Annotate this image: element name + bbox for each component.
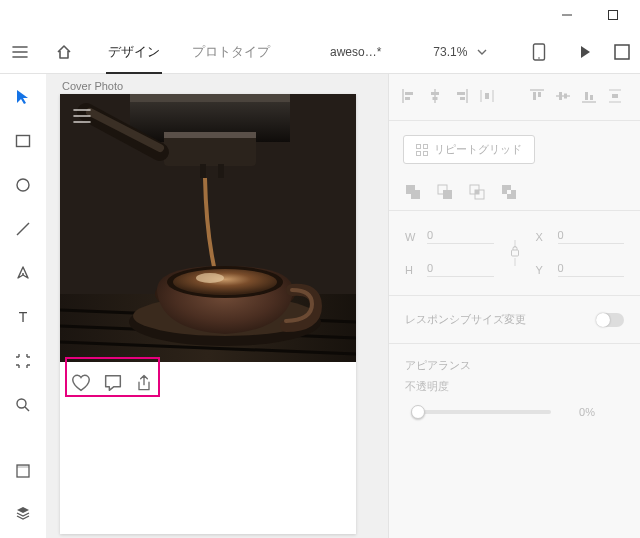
svg-rect-13 <box>17 465 29 468</box>
window-maximize-button[interactable] <box>590 0 636 30</box>
repeat-grid-label: リピートグリッド <box>434 142 522 157</box>
svg-rect-58 <box>417 144 421 148</box>
mode-tabs: デザイン プロトタイプ <box>92 30 286 74</box>
svg-rect-47 <box>533 92 536 100</box>
svg-rect-68 <box>475 190 479 194</box>
svg-rect-50 <box>559 92 562 100</box>
line-tool[interactable] <box>10 216 36 242</box>
artboard-tool[interactable] <box>10 348 36 374</box>
artboard-frame <box>60 94 356 534</box>
align-top-icon[interactable] <box>527 86 547 106</box>
hamburger-menu-button[interactable] <box>0 32 40 72</box>
share-panel-button[interactable] <box>614 35 630 69</box>
distribute-v-icon[interactable] <box>605 86 625 106</box>
boolean-exclude-icon[interactable] <box>499 182 519 202</box>
grid-icon <box>416 144 428 156</box>
share-icon[interactable] <box>134 372 154 398</box>
lock-aspect-button[interactable] <box>502 240 528 266</box>
svg-rect-23 <box>200 164 206 178</box>
pen-tool[interactable] <box>10 260 36 286</box>
ellipse-tool[interactable] <box>10 172 36 198</box>
tab-design[interactable]: デザイン <box>92 30 176 74</box>
svg-rect-39 <box>433 97 438 100</box>
svg-point-8 <box>22 273 24 275</box>
align-bottom-icon[interactable] <box>579 86 599 106</box>
align-right-icon[interactable] <box>451 86 471 106</box>
transform-section: W 0 X 0 H 0 Y 0 <box>389 215 640 291</box>
svg-line-7 <box>17 223 29 235</box>
svg-rect-24 <box>218 164 224 178</box>
svg-rect-45 <box>485 93 489 99</box>
align-left-icon[interactable] <box>399 86 419 106</box>
window-titlebar <box>0 0 640 30</box>
play-button[interactable] <box>568 35 602 69</box>
svg-text:T: T <box>19 309 28 325</box>
zoom-tool[interactable] <box>10 392 36 418</box>
svg-rect-5 <box>17 136 30 147</box>
heart-icon[interactable] <box>70 372 92 398</box>
select-tool[interactable] <box>10 84 36 110</box>
text-tool[interactable]: T <box>10 304 36 330</box>
svg-rect-20 <box>130 94 290 102</box>
zoom-value: 73.1% <box>433 45 467 59</box>
svg-point-6 <box>17 179 29 191</box>
x-label: X <box>536 231 550 243</box>
home-button[interactable] <box>44 32 84 72</box>
svg-point-29 <box>173 269 277 295</box>
w-label: W <box>405 231 419 243</box>
repeat-grid-button[interactable]: リピートグリッド <box>403 135 535 164</box>
svg-rect-71 <box>507 190 511 194</box>
align-vcenter-icon[interactable] <box>553 86 573 106</box>
svg-rect-36 <box>405 97 410 100</box>
opacity-value[interactable]: 0% <box>567 406 595 418</box>
preview-controls <box>522 35 630 69</box>
svg-rect-35 <box>405 92 413 95</box>
chevron-down-icon <box>477 47 487 57</box>
svg-point-30 <box>196 273 224 283</box>
svg-rect-63 <box>411 190 420 199</box>
svg-rect-61 <box>424 151 428 155</box>
layers-panel-button[interactable] <box>10 500 36 526</box>
boolean-intersect-icon[interactable] <box>467 182 487 202</box>
boolean-subtract-icon[interactable] <box>435 182 455 202</box>
responsive-toggle[interactable] <box>596 313 624 327</box>
svg-rect-42 <box>460 97 465 100</box>
svg-rect-1 <box>609 11 618 20</box>
opacity-row: 不透明度 <box>389 373 640 400</box>
y-input[interactable]: 0 <box>558 262 625 277</box>
x-input[interactable]: 0 <box>558 229 625 244</box>
comment-icon[interactable] <box>102 372 124 398</box>
y-label: Y <box>536 264 550 276</box>
w-input[interactable]: 0 <box>427 229 494 244</box>
responsive-resize-row: レスポンシブサイズ変更 <box>389 300 640 339</box>
appearance-label: アピアランス <box>405 359 471 371</box>
artboard[interactable]: Cover Photo <box>60 80 356 534</box>
top-toolbar: デザイン プロトタイプ aweso…* 73.1% <box>0 30 640 74</box>
opacity-slider[interactable] <box>411 410 551 414</box>
tool-column: T <box>0 74 46 538</box>
artboard-label[interactable]: Cover Photo <box>60 80 356 92</box>
h-input[interactable]: 0 <box>427 262 494 277</box>
svg-rect-65 <box>443 190 452 199</box>
h-label: H <box>405 264 419 276</box>
opacity-label: 不透明度 <box>405 379 449 394</box>
window-minimize-button[interactable] <box>544 0 590 30</box>
canvas[interactable]: Cover Photo <box>46 74 388 538</box>
device-preview-button[interactable] <box>522 35 556 69</box>
responsive-label: レスポンシブサイズ変更 <box>405 312 526 327</box>
align-hcenter-icon[interactable] <box>425 86 445 106</box>
tab-prototype[interactable]: プロトタイプ <box>176 30 286 74</box>
svg-rect-38 <box>431 92 439 95</box>
cover-photo-image <box>60 94 356 362</box>
svg-rect-59 <box>424 144 428 148</box>
assets-panel-button[interactable] <box>10 458 36 484</box>
boolean-add-icon[interactable] <box>403 182 423 202</box>
svg-rect-22 <box>164 132 256 138</box>
distribute-h-icon[interactable] <box>477 86 497 106</box>
rectangle-tool[interactable] <box>10 128 36 154</box>
document-name[interactable]: aweso…* <box>330 45 381 59</box>
svg-line-11 <box>25 407 29 411</box>
zoom-dropdown[interactable]: 73.1% <box>433 45 487 59</box>
svg-rect-41 <box>457 92 465 95</box>
svg-rect-60 <box>417 151 421 155</box>
